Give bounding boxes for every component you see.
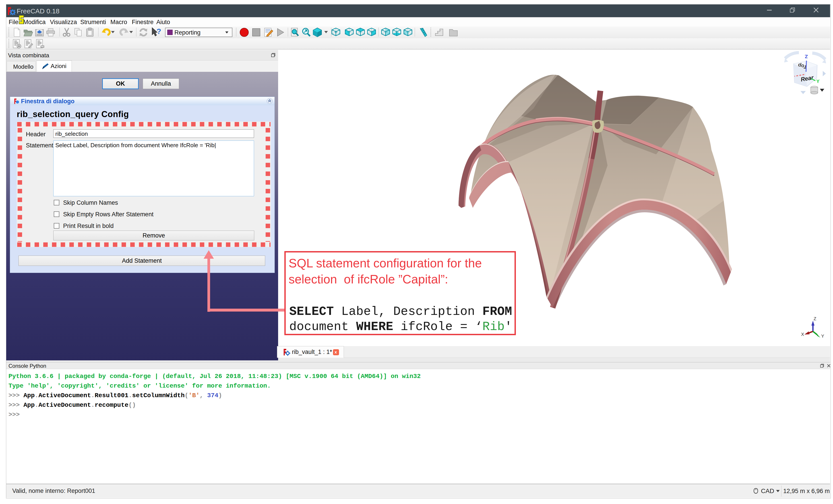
svg-text:Y: Y (821, 334, 824, 338)
svg-text:?: ? (157, 27, 161, 35)
svg-text:Y: Y (816, 78, 819, 84)
svg-text:Z: Z (805, 54, 808, 59)
svg-text:Z: Z (814, 316, 816, 321)
svg-text:X: X (801, 332, 804, 337)
